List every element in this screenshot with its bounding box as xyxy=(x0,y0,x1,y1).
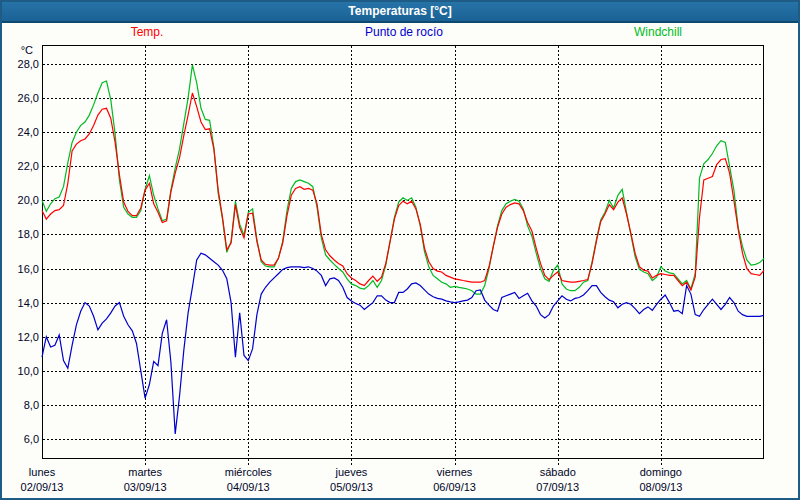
temp-line xyxy=(42,93,764,290)
windchill-line xyxy=(42,65,764,294)
chart-window: Temperaturas [°C] Temp. Punto de rocío W… xyxy=(0,0,800,500)
dew-point-line xyxy=(42,253,764,434)
plot-border xyxy=(43,46,764,459)
plot-area xyxy=(2,2,800,500)
